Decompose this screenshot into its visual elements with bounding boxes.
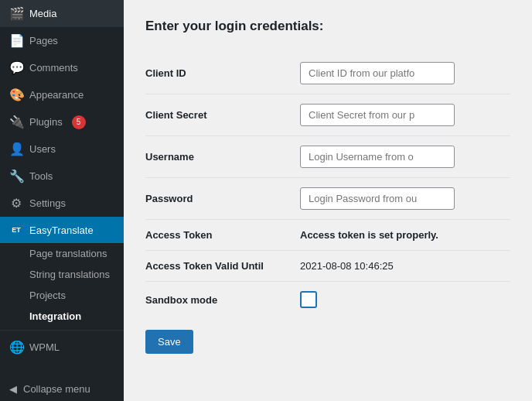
sidebar-sub-page-translations[interactable]: Page translations xyxy=(0,243,124,264)
collapse-label: Collapse menu xyxy=(23,383,90,395)
client-id-value xyxy=(300,53,510,94)
sidebar-sub-integration[interactable]: Integration xyxy=(0,306,124,327)
sidebar-item-pages[interactable]: 📄 Pages xyxy=(0,27,124,54)
password-label: Password xyxy=(145,178,300,220)
sidebar-item-users[interactable]: 👤 Users xyxy=(0,135,124,163)
wpml-icon: 🌐 xyxy=(9,340,23,355)
password-input[interactable] xyxy=(300,187,455,210)
comments-icon: 💬 xyxy=(9,60,23,75)
sidebar-item-label: Tools xyxy=(29,170,53,182)
main-content: Enter your login credentials: Client ID … xyxy=(124,0,532,401)
access-token-row: Access Token Access token is set properl… xyxy=(145,220,510,251)
username-value xyxy=(300,136,510,178)
access-token-value: Access token is set properly. xyxy=(300,220,510,251)
token-valid-date: 2021-08-08 10:46:25 xyxy=(300,260,394,272)
sidebar-item-appearance[interactable]: 🎨 Appearance xyxy=(0,81,124,108)
page-title: Enter your login credentials: xyxy=(145,19,510,34)
token-valid-value: 2021-08-08 10:46:25 xyxy=(300,251,510,282)
settings-icon: ⚙ xyxy=(9,196,23,211)
sidebar-item-plugins[interactable]: 🔌 Plugins 5 xyxy=(0,108,124,135)
client-id-row: Client ID xyxy=(145,53,510,94)
sidebar-item-tools[interactable]: 🔧 Tools xyxy=(0,163,124,190)
plugins-icon: 🔌 xyxy=(9,115,23,129)
client-secret-label: Client Secret xyxy=(145,94,300,136)
sidebar-item-label: Pages xyxy=(29,35,58,46)
access-token-label: Access Token xyxy=(145,220,300,251)
sidebar-item-label: Comments xyxy=(29,62,78,74)
appearance-icon: 🎨 xyxy=(9,87,23,102)
sandbox-label: Sandbox mode xyxy=(145,282,300,318)
sidebar-item-label: Settings xyxy=(29,197,66,209)
sandbox-checkbox-wrap xyxy=(300,291,510,308)
access-token-status: Access token is set properly. xyxy=(300,229,438,241)
client-secret-value xyxy=(300,94,510,136)
users-icon: 👤 xyxy=(9,142,23,156)
sandbox-checkbox[interactable] xyxy=(300,291,317,308)
sidebar: 🎬 Media 📄 Pages 💬 Comments 🎨 Appearance … xyxy=(0,0,124,401)
sidebar-item-wpml[interactable]: 🌐 WPML xyxy=(0,334,124,361)
plugins-badge: 5 xyxy=(72,115,86,129)
sidebar-sub-projects[interactable]: Projects xyxy=(0,285,124,306)
credentials-form: Client ID Client Secret Username Passwor… xyxy=(145,53,510,317)
username-row: Username xyxy=(145,136,510,178)
token-valid-row: Access Token Valid Until 2021-08-08 10:4… xyxy=(145,251,510,282)
password-row: Password xyxy=(145,178,510,220)
tools-icon: 🔧 xyxy=(9,169,23,183)
token-valid-label: Access Token Valid Until xyxy=(145,251,300,282)
pages-icon: 📄 xyxy=(9,33,23,48)
sidebar-item-label: WPML xyxy=(29,341,60,353)
sandbox-row: Sandbox mode xyxy=(145,282,510,318)
sandbox-value xyxy=(300,282,510,318)
sidebar-item-media[interactable]: 🎬 Media xyxy=(0,0,124,27)
sidebar-item-label: Plugins xyxy=(29,116,63,128)
sidebar-item-comments[interactable]: 💬 Comments xyxy=(0,54,124,81)
media-icon: 🎬 xyxy=(9,6,23,21)
sidebar-item-label: Appearance xyxy=(29,89,84,101)
save-button[interactable]: Save xyxy=(145,330,193,354)
sidebar-item-label: EasyTranslate xyxy=(29,224,94,236)
sidebar-item-settings[interactable]: ⚙ Settings xyxy=(0,190,124,217)
client-id-label: Client ID xyxy=(145,53,300,94)
sidebar-divider xyxy=(0,330,124,331)
password-value xyxy=(300,178,510,220)
easytranslate-icon: ET xyxy=(9,223,23,237)
username-input[interactable] xyxy=(300,146,455,168)
username-label: Username xyxy=(145,136,300,178)
collapse-icon: ◀ xyxy=(9,383,17,395)
collapse-menu[interactable]: ◀ Collapse menu xyxy=(0,377,124,401)
client-id-input[interactable] xyxy=(300,62,455,84)
sidebar-sub-string-translations[interactable]: String translations xyxy=(0,264,124,285)
sidebar-item-label: Users xyxy=(29,143,56,155)
sidebar-item-easytranslate[interactable]: ET EasyTranslate xyxy=(0,217,124,243)
client-secret-input[interactable] xyxy=(300,104,455,126)
sidebar-item-label: Media xyxy=(29,8,56,19)
client-secret-row: Client Secret xyxy=(145,94,510,136)
